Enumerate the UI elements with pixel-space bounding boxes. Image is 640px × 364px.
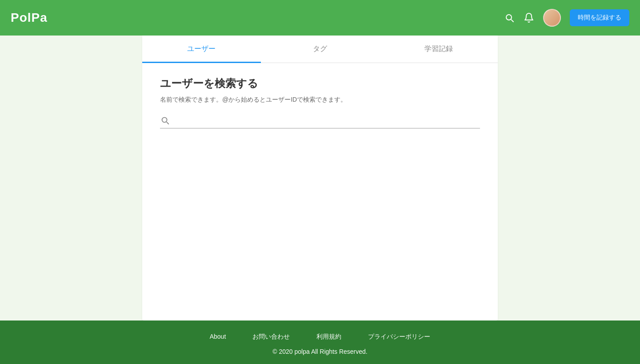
logo: PolPa [11, 11, 48, 25]
header: PolPa 時間を記録する [0, 0, 640, 36]
search-input[interactable] [174, 115, 480, 126]
footer: About お問い合わせ 利用規約 プライバシーポリシー © 2020 polp… [0, 320, 640, 364]
footer-link-about[interactable]: About [210, 333, 226, 341]
content-card: ユーザー タグ 学習記録 ユーザーを検索する 名前で検索できます。@から始めると… [142, 36, 498, 320]
footer-copyright: © 2020 polpa All Rights Reserved. [0, 348, 640, 355]
header-actions: 時間を記録する [504, 9, 629, 27]
footer-link-contact[interactable]: お問い合わせ [252, 333, 290, 341]
search-title: ユーザーを検索する [160, 76, 480, 91]
notification-icon-button[interactable] [524, 12, 534, 23]
footer-links: About お問い合わせ 利用規約 プライバシーポリシー [0, 333, 640, 341]
footer-link-terms[interactable]: 利用規約 [316, 333, 341, 341]
tab-tags[interactable]: タグ [261, 36, 380, 63]
avatar[interactable] [543, 9, 561, 27]
svg-point-0 [162, 118, 167, 123]
footer-link-privacy[interactable]: プライバシーポリシー [368, 333, 430, 341]
search-icon-button[interactable] [504, 12, 515, 23]
svg-line-1 [167, 122, 168, 124]
search-area: ユーザーを検索する 名前で検索できます。@から始めるとユーザーIDで検索できます… [142, 63, 498, 146]
main-content: ユーザー タグ 学習記録 ユーザーを検索する 名前で検索できます。@から始めると… [0, 36, 640, 320]
search-description: 名前で検索できます。@から始めるとユーザーIDで検索できます。 [160, 96, 480, 104]
tab-bar: ユーザー タグ 学習記録 [142, 36, 498, 63]
tab-users[interactable]: ユーザー [142, 36, 261, 63]
search-input-wrapper [160, 115, 480, 129]
search-icon [160, 115, 170, 125]
record-time-button[interactable]: 時間を記録する [570, 9, 629, 26]
tab-study[interactable]: 学習記録 [379, 36, 498, 63]
